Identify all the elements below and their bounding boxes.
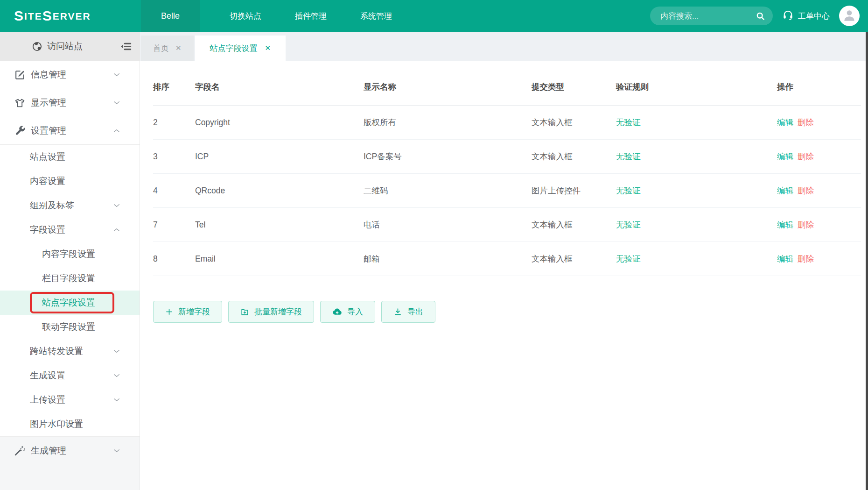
sidebar-item[interactable]: 站点设置 <box>0 145 140 169</box>
sidebar-item[interactable]: 字段设置 <box>0 218 140 242</box>
table-row: 7Tel电话文本输入框无验证编辑删除 <box>153 208 861 242</box>
delete-link[interactable]: 删除 <box>798 186 814 195</box>
row-actions: 编辑删除 <box>777 185 861 196</box>
search-input[interactable]: 内容搜索... <box>650 7 773 25</box>
cell-order: 3 <box>153 152 195 162</box>
ticket-center-link[interactable]: 工单中心 <box>782 9 830 23</box>
sidebar-item[interactable]: 生成设置 <box>0 363 140 388</box>
sidebar-item[interactable]: 内容字段设置 <box>0 242 140 266</box>
delete-link[interactable]: 删除 <box>798 254 814 263</box>
sidebar-item-label: 站点字段设置 <box>42 297 95 309</box>
export-button[interactable]: 导出 <box>381 301 435 323</box>
table-body: 2Copyright版权所有文本输入框无验证编辑删除3ICPICP备案号文本输入… <box>153 106 861 276</box>
edit-link[interactable]: 编辑 <box>777 186 793 195</box>
edit-link[interactable]: 编辑 <box>777 220 793 229</box>
current-site-tab[interactable]: Belle <box>141 0 200 32</box>
validation-rule-link[interactable]: 无验证 <box>616 185 777 196</box>
tab-label: 首页 <box>153 43 169 54</box>
sidebar-item[interactable]: 信息管理 <box>0 61 140 89</box>
visit-site-button[interactable]: 访问站点 <box>32 40 83 52</box>
sidebar-item-label: 栏目字段设置 <box>42 272 95 284</box>
sidebar-item[interactable]: 内容设置 <box>0 169 140 193</box>
validation-rule-link[interactable]: 无验证 <box>616 117 777 128</box>
row-actions: 编辑删除 <box>777 151 861 162</box>
visit-site-label: 访问站点 <box>47 40 83 52</box>
main-content: 排序 字段名 显示名称 提交类型 验证规则 操作 2Copyright版权所有文… <box>140 61 868 490</box>
edit-link[interactable]: 编辑 <box>777 152 793 161</box>
siteserver-logo: SITESERVER <box>14 0 91 32</box>
sidebar-item[interactable]: 上传设置 <box>0 388 140 412</box>
sidebar-header: 访问站点 <box>0 32 140 61</box>
menu-fold-icon[interactable] <box>119 40 132 53</box>
sidebar-item-label: 生成设置 <box>30 369 65 382</box>
sidebar-item[interactable]: 显示管理 <box>0 89 140 117</box>
close-icon[interactable]: ✕ <box>175 44 182 52</box>
tab-site-field-settings[interactable]: 站点字段设置 ✕ <box>195 36 286 61</box>
validation-rule-link[interactable]: 无验证 <box>616 151 777 162</box>
sidebar-item[interactable]: 联动字段设置 <box>0 315 140 339</box>
search-placeholder: 内容搜索... <box>660 11 756 21</box>
sidebar-item-label: 内容设置 <box>30 175 65 187</box>
folder-add-icon <box>240 307 249 316</box>
search-icon[interactable] <box>756 11 765 21</box>
cell-field-name: Copyright <box>195 118 364 128</box>
cell-display-name: 版权所有 <box>364 117 532 128</box>
cell-order: 2 <box>153 118 195 128</box>
cell-submit-type: 文本输入框 <box>532 219 616 230</box>
cell-order: 8 <box>153 254 195 264</box>
row-actions: 编辑删除 <box>777 117 861 128</box>
nav-switch-site[interactable]: 切换站点 <box>213 11 278 21</box>
chevron-down-icon <box>112 396 121 404</box>
sidebar-item[interactable]: 站点字段设置 <box>0 291 140 315</box>
avatar[interactable] <box>839 6 860 26</box>
delete-link[interactable]: 删除 <box>798 152 814 161</box>
sidebar-item[interactable]: 组别及标签 <box>0 193 140 218</box>
table-row: 4QRcode二维码图片上传控件无验证编辑删除 <box>153 174 861 208</box>
sidebar-item[interactable]: 生成管理 <box>0 436 140 464</box>
sidebar-item-label: 生成管理 <box>31 445 66 457</box>
tab-home[interactable]: 首页 ✕ <box>141 36 194 61</box>
validation-rule-link[interactable]: 无验证 <box>616 219 777 230</box>
sidebar-bottom-fill <box>0 464 140 490</box>
sidebar-item[interactable]: 栏目字段设置 <box>0 266 140 291</box>
sidebar-item-label: 显示管理 <box>31 97 66 109</box>
delete-link[interactable]: 删除 <box>798 118 814 127</box>
edit-square-icon <box>14 69 26 81</box>
chevron-down-icon <box>112 447 121 455</box>
topbar-right: 内容搜索... 工单中心 <box>650 0 860 32</box>
sidebar: 访问站点 信息管理显示管理设置管理站点设置内容设置组别及标签字段设置内容字段设置… <box>0 32 140 490</box>
cell-order: 4 <box>153 186 195 196</box>
cell-order: 7 <box>153 220 195 230</box>
siteserver-admin-window: SITESERVER Belle 切换站点 插件管理 系统管理 内容搜索... … <box>0 0 868 490</box>
sidebar-item-label: 联动字段设置 <box>42 321 95 333</box>
import-button[interactable]: 导入 <box>320 301 375 323</box>
table-footer-line <box>153 276 861 288</box>
cell-submit-type: 文本输入框 <box>532 117 616 128</box>
sidebar-item[interactable]: 跨站转发设置 <box>0 339 140 363</box>
nav-plugin-management[interactable]: 插件管理 <box>278 11 343 21</box>
edit-link[interactable]: 编辑 <box>777 118 793 127</box>
cloud-upload-icon <box>332 307 342 317</box>
row-actions: 编辑删除 <box>777 219 861 230</box>
wrench-icon <box>14 125 26 136</box>
nav-system-management[interactable]: 系统管理 <box>343 11 409 21</box>
delete-link[interactable]: 删除 <box>798 220 814 229</box>
edit-link[interactable]: 编辑 <box>777 254 793 263</box>
cell-display-name: 二维码 <box>364 185 532 196</box>
validation-rule-link[interactable]: 无验证 <box>616 253 777 264</box>
add-field-button[interactable]: 新增字段 <box>153 301 222 323</box>
close-icon[interactable]: ✕ <box>265 44 271 52</box>
batch-add-field-button[interactable]: 批量新增字段 <box>228 301 314 323</box>
sidebar-item-label: 图片水印设置 <box>30 418 83 430</box>
wand-icon <box>14 445 26 456</box>
chevron-down-icon <box>112 201 121 210</box>
sidebar-menu: 信息管理显示管理设置管理站点设置内容设置组别及标签字段设置内容字段设置栏目字段设… <box>0 61 140 464</box>
cell-display-name: ICP备案号 <box>364 151 532 162</box>
window-right-edge <box>866 32 868 490</box>
chevron-down-icon <box>112 99 121 107</box>
column-header-submit-type: 提交类型 <box>532 81 616 92</box>
chevron-down-icon <box>112 71 121 79</box>
chevron-down-icon <box>112 371 121 380</box>
sidebar-item[interactable]: 图片水印设置 <box>0 412 140 436</box>
sidebar-item[interactable]: 设置管理 <box>0 117 140 145</box>
